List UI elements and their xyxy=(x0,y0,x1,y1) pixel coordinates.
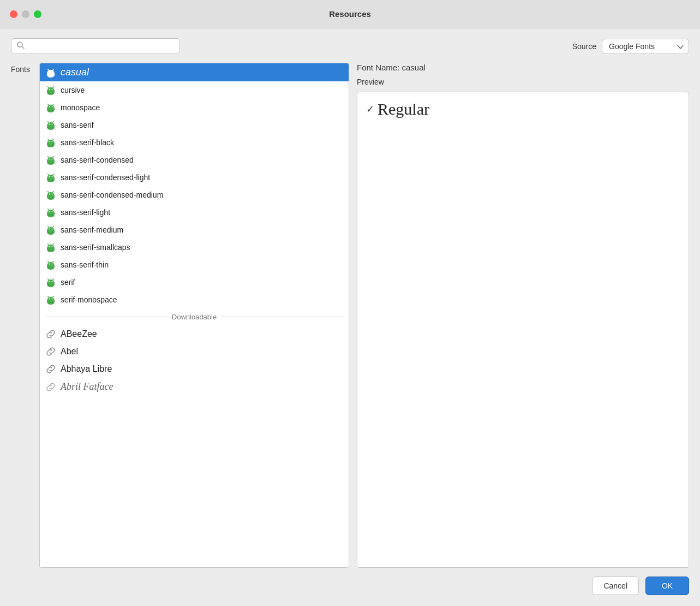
ok-button[interactable]: OK xyxy=(645,577,689,595)
font-name-monospace: monospace xyxy=(61,103,100,112)
android-icon xyxy=(45,120,56,130)
maximize-button[interactable] xyxy=(34,10,41,18)
font-item-sans-serif[interactable]: sans-serif xyxy=(40,116,349,134)
svg-point-113 xyxy=(49,281,50,282)
android-icon xyxy=(45,207,56,218)
link-icon xyxy=(45,329,56,340)
svg-point-24 xyxy=(52,106,53,108)
font-item-sans-serif-condensed[interactable]: sans-serif-condensed xyxy=(40,151,349,169)
font-item-sans-serif-thin[interactable]: sans-serif-thin xyxy=(40,256,349,274)
svg-line-125 xyxy=(53,296,54,298)
svg-rect-36 xyxy=(49,127,50,129)
font-name-header: Font Name: casual xyxy=(357,63,689,72)
source-select[interactable]: Google Fonts System Fonts xyxy=(602,39,689,54)
svg-point-40 xyxy=(47,140,54,144)
svg-line-53 xyxy=(53,157,54,158)
font-item-sans-serif-light[interactable]: sans-serif-light xyxy=(40,204,349,221)
font-name-sans-serif-smallcaps: sans-serif-smallcaps xyxy=(61,243,130,252)
preview-label: Preview xyxy=(357,78,689,86)
svg-line-79 xyxy=(48,209,49,210)
title-bar: Resources xyxy=(0,0,700,28)
font-name-abeezee: ABeeZee xyxy=(61,329,97,339)
android-icon xyxy=(45,155,56,165)
font-item-abril-fatface[interactable]: Abril Fatface xyxy=(40,378,349,396)
svg-rect-64 xyxy=(52,180,53,181)
font-name-casual: casual xyxy=(61,67,89,78)
font-name-sans-serif-black: sans-serif-black xyxy=(61,138,114,147)
svg-rect-72 xyxy=(49,197,50,199)
font-name-sans-serif: sans-serif xyxy=(61,121,94,129)
svg-point-114 xyxy=(52,281,53,282)
main-content: Source Google Fonts System Fonts Fonts xyxy=(0,28,700,606)
search-box[interactable] xyxy=(11,38,180,54)
font-name-abril-fatface: Abril Fatface xyxy=(61,381,113,393)
font-item-sans-serif-condensed-light[interactable]: sans-serif-condensed-light xyxy=(40,169,349,186)
font-item-sans-serif-black[interactable]: sans-serif-black xyxy=(40,134,349,151)
svg-rect-19 xyxy=(52,92,53,94)
svg-point-94 xyxy=(47,245,54,249)
svg-point-123 xyxy=(52,299,53,300)
minimize-button[interactable] xyxy=(22,10,29,18)
svg-point-42 xyxy=(52,141,53,142)
source-select-wrapper: Google Fonts System Fonts xyxy=(602,39,689,54)
svg-point-14 xyxy=(49,89,50,90)
font-name-serif-monospace: serif-monospace xyxy=(61,295,117,304)
svg-line-71 xyxy=(53,192,54,193)
svg-line-89 xyxy=(53,227,54,228)
svg-line-116 xyxy=(53,279,54,280)
svg-point-6 xyxy=(52,71,53,72)
font-item-abeezee[interactable]: ABeeZee xyxy=(40,325,349,343)
font-item-casual[interactable]: casual xyxy=(40,63,349,81)
svg-rect-18 xyxy=(49,92,50,94)
right-panel: Font Name: casual Preview ✓ Regular xyxy=(357,63,689,568)
android-icon xyxy=(45,102,56,113)
cancel-button[interactable]: Cancel xyxy=(592,577,639,595)
svg-point-104 xyxy=(49,264,50,265)
separator-line-left xyxy=(45,317,167,317)
svg-rect-45 xyxy=(49,145,50,146)
svg-point-86 xyxy=(49,229,50,230)
font-item-abel[interactable]: Abel xyxy=(40,343,349,360)
svg-point-103 xyxy=(47,262,54,266)
svg-rect-81 xyxy=(49,215,50,216)
svg-point-69 xyxy=(52,194,53,195)
svg-point-105 xyxy=(52,264,53,265)
font-item-cursive[interactable]: cursive xyxy=(40,81,349,99)
svg-line-1 xyxy=(22,46,24,49)
font-item-serif-monospace[interactable]: serif-monospace xyxy=(40,291,349,308)
svg-rect-9 xyxy=(49,75,50,76)
svg-point-67 xyxy=(47,192,54,197)
svg-rect-54 xyxy=(49,162,50,164)
svg-line-61 xyxy=(48,174,49,175)
svg-rect-73 xyxy=(52,197,53,199)
font-item-sans-serif-medium[interactable]: sans-serif-medium xyxy=(40,221,349,239)
svg-rect-100 xyxy=(52,249,53,251)
downloadable-separator: Downloadable xyxy=(40,308,349,325)
font-list[interactable]: casual xyxy=(40,63,349,567)
search-input[interactable] xyxy=(28,42,174,50)
font-name-sans-serif-medium: sans-serif-medium xyxy=(61,225,123,234)
font-item-sans-serif-condensed-medium[interactable]: sans-serif-condensed-medium xyxy=(40,186,349,204)
svg-point-96 xyxy=(52,246,53,247)
source-label: Source xyxy=(572,42,596,51)
svg-point-23 xyxy=(49,106,50,108)
svg-line-98 xyxy=(53,244,54,245)
font-item-monospace[interactable]: monospace xyxy=(40,99,349,116)
window-controls xyxy=(10,10,41,18)
font-name-abhaya-libre: Abhaya Libre xyxy=(61,364,112,374)
svg-line-26 xyxy=(53,104,54,105)
android-icon xyxy=(45,85,56,96)
svg-point-50 xyxy=(49,159,50,160)
preview-box: ✓ Regular xyxy=(357,92,689,568)
close-button[interactable] xyxy=(10,10,17,18)
android-icon xyxy=(45,224,56,235)
font-item-serif[interactable]: serif xyxy=(40,274,349,291)
svg-point-87 xyxy=(52,229,53,230)
svg-rect-99 xyxy=(49,249,50,251)
svg-line-25 xyxy=(48,104,49,105)
android-icon xyxy=(45,259,56,270)
font-item-sans-serif-smallcaps[interactable]: sans-serif-smallcaps xyxy=(40,239,349,256)
svg-line-97 xyxy=(48,244,49,245)
svg-point-112 xyxy=(47,280,54,284)
font-item-abhaya-libre[interactable]: Abhaya Libre xyxy=(40,360,349,378)
